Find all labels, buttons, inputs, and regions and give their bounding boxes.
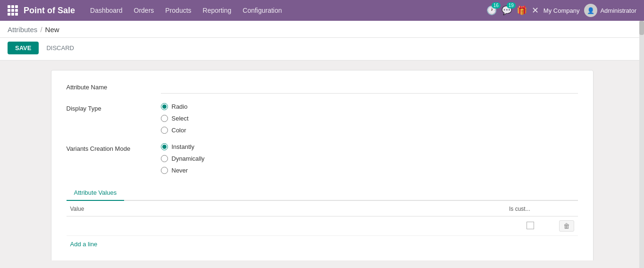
discard-button[interactable]: DISCARD (42, 42, 78, 54)
company-name[interactable]: My Company (544, 7, 580, 14)
tab-attribute-values[interactable]: Attribute Values (67, 185, 125, 201)
clock-badge: 16 (492, 2, 501, 9)
attribute-name-input-wrap (161, 82, 578, 94)
nav-orders[interactable]: Orders (134, 5, 154, 16)
row-value-cell (67, 216, 506, 236)
breadcrumb-parent[interactable]: Attributes (8, 26, 37, 34)
display-type-label: Display Type (67, 103, 161, 112)
display-type-radio-group: Radio Select Color (161, 103, 578, 134)
radio-color[interactable]: Color (161, 127, 578, 134)
breadcrumb-bar: Attributes / New (0, 21, 644, 38)
scroll-track[interactable] (639, 21, 644, 260)
form-card: Attribute Name Display Type Radio Select (51, 70, 594, 260)
scroll-thumb[interactable] (639, 21, 644, 35)
radio-radio-label: Radio (172, 103, 188, 110)
admin-avatar-wrap[interactable]: 👤 Administrator (584, 4, 636, 17)
nav-products[interactable]: Products (165, 5, 191, 16)
attribute-name-label: Attribute Name (67, 82, 161, 91)
attribute-name-field: Attribute Name (67, 82, 578, 94)
radio-dynamically-input[interactable] (161, 155, 168, 162)
row-cust-cell (505, 216, 555, 236)
clock-badge-wrap[interactable]: 🕐 16 (486, 5, 497, 16)
nav-dashboard[interactable]: Dashboard (90, 5, 123, 16)
breadcrumb: Attributes / New (8, 26, 636, 34)
chat-badge-wrap[interactable]: 💬 19 (502, 5, 512, 16)
radio-radio-input[interactable] (161, 103, 168, 110)
breadcrumb-separator: / (40, 26, 42, 34)
display-type-field: Display Type Radio Select Color (67, 103, 578, 134)
nav-items: Dashboard Orders Products Reporting Conf… (90, 5, 486, 16)
radio-color-input[interactable] (161, 127, 168, 134)
breadcrumb-current: New (45, 26, 59, 34)
nav-reporting[interactable]: Reporting (203, 5, 232, 16)
tabs-header: Attribute Values (67, 185, 578, 201)
col-header-del (555, 201, 578, 216)
variants-mode-field: Variants Creation Mode Instantly Dynamic… (67, 143, 578, 174)
main-content: Attribute Name Display Type Radio Select (0, 61, 644, 260)
radio-select-input[interactable] (161, 115, 168, 122)
variants-mode-options: Instantly Dynamically Never (161, 143, 578, 174)
close-icon[interactable]: ✕ (532, 5, 539, 16)
display-type-options: Radio Select Color (161, 103, 578, 134)
radio-never[interactable]: Never (161, 167, 578, 174)
radio-never-label: Never (172, 167, 188, 174)
nav-configuration[interactable]: Configuration (243, 5, 282, 16)
radio-dynamically[interactable]: Dynamically (161, 155, 578, 162)
col-header-cust: Is cust... (505, 201, 555, 216)
radio-radio[interactable]: Radio (161, 103, 578, 110)
row-delete-cell: 🗑 (555, 216, 578, 236)
attribute-name-input[interactable] (161, 82, 578, 94)
tabs-section: Attribute Values Value Is cust... (67, 185, 578, 252)
add-line-button[interactable]: Add a line (67, 236, 101, 252)
radio-instantly[interactable]: Instantly (161, 143, 578, 150)
top-nav: Point of Sale Dashboard Orders Products … (0, 0, 644, 21)
nav-right: 🕐 16 💬 19 🎁 ✕ My Company 👤 Administrator (486, 4, 636, 17)
avatar: 👤 (584, 4, 597, 17)
radio-instantly-input[interactable] (161, 143, 168, 150)
table-row: 🗑 (67, 216, 578, 236)
radio-dynamically-label: Dynamically (172, 155, 205, 162)
radio-select[interactable]: Select (161, 115, 578, 122)
radio-instantly-label: Instantly (172, 143, 194, 150)
chat-badge: 19 (507, 2, 516, 9)
app-title: Point of Sale (24, 6, 75, 16)
radio-color-label: Color (172, 127, 186, 134)
gift-icon[interactable]: 🎁 (517, 5, 527, 16)
action-bar: SAVE DISCARD (0, 38, 644, 61)
delete-row-button[interactable]: 🗑 (559, 220, 574, 232)
radio-select-label: Select (172, 115, 189, 122)
col-header-value: Value (67, 201, 506, 216)
attribute-values-table: Value Is cust... 🗑 (67, 201, 578, 236)
variants-mode-label: Variants Creation Mode (67, 143, 161, 152)
save-button[interactable]: SAVE (8, 42, 39, 54)
cust-checkbox[interactable] (527, 222, 534, 229)
admin-label: Administrator (600, 7, 636, 14)
radio-never-input[interactable] (161, 167, 168, 174)
apps-icon[interactable] (8, 5, 18, 16)
variants-mode-radio-group: Instantly Dynamically Never (161, 143, 578, 174)
